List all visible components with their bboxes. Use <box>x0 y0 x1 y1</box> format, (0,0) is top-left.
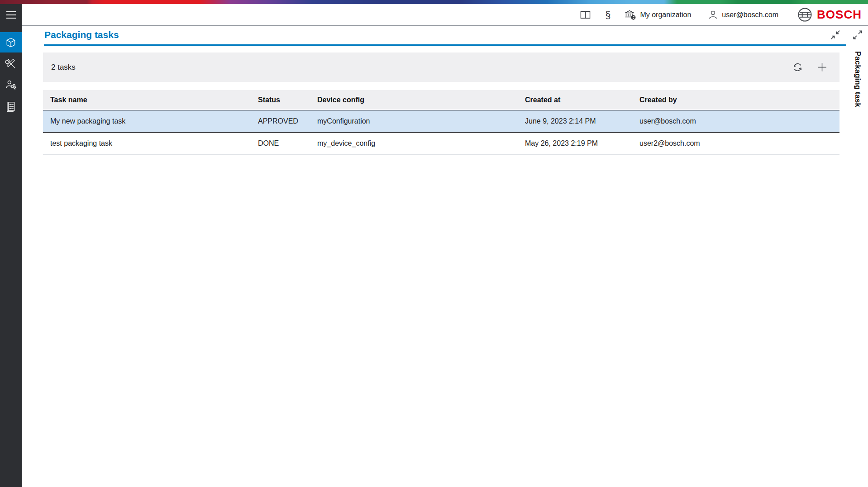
sidebar-nav <box>0 32 22 117</box>
main-panel: Packaging tasks 2 tasks Task name Sta <box>22 26 846 487</box>
bosch-supergraphic-strip <box>0 0 868 4</box>
table-row[interactable]: test packaging task DONE my_device_confi… <box>43 133 839 155</box>
cell-status: APPROVED <box>258 117 317 125</box>
refresh-icon[interactable] <box>792 61 804 73</box>
cell-created-by: user@bosch.com <box>639 117 832 125</box>
right-detail-rail: Packaging task <box>847 26 868 487</box>
user-keys-icon <box>5 79 17 91</box>
top-header-bar: § My organization user@bosch.com <box>22 4 868 26</box>
document-list-icon <box>5 100 17 112</box>
organization-bank-icon <box>624 10 636 20</box>
package-cube-icon <box>5 37 17 48</box>
sidebar-item-user-access[interactable] <box>0 75 22 95</box>
cell-device-config: my_device_config <box>317 139 525 148</box>
open-book-icon[interactable] <box>580 10 591 19</box>
task-count-label: 2 tasks <box>51 63 76 72</box>
column-header-created-at[interactable]: Created at <box>525 96 639 104</box>
cell-device-config: myConfiguration <box>317 117 525 125</box>
add-task-icon[interactable] <box>816 62 828 73</box>
cell-created-at: May 26, 2023 2:19 PM <box>525 139 639 148</box>
cell-status: DONE <box>258 139 317 148</box>
title-accent-rule <box>44 44 846 46</box>
column-header-task-name[interactable]: Task name <box>50 96 258 104</box>
tasks-table: Task name Status Device config Created a… <box>43 90 839 155</box>
rail-label[interactable]: Packaging task <box>853 51 862 107</box>
cell-task-name: My new packaging task <box>50 117 258 125</box>
sidebar-item-tools[interactable] <box>0 53 22 74</box>
table-body: My new packaging task APPROVED myConfigu… <box>43 110 839 155</box>
cell-task-name: test packaging task <box>50 139 258 148</box>
table-toolbar: 2 tasks <box>43 53 839 82</box>
cell-created-at: June 9, 2023 2:14 PM <box>525 117 639 125</box>
bosch-armature-icon <box>797 7 812 22</box>
paragraph-icon[interactable]: § <box>605 10 610 20</box>
cell-created-by: user2@bosch.com <box>639 139 832 148</box>
organization-menu[interactable]: My organization <box>624 10 691 20</box>
page-title: Packaging tasks <box>44 29 119 40</box>
column-header-device-config[interactable]: Device config <box>317 96 525 104</box>
column-header-created-by[interactable]: Created by <box>639 96 832 104</box>
table-row[interactable]: My new packaging task APPROVED myConfigu… <box>43 110 839 133</box>
expand-panel-icon[interactable] <box>853 30 862 39</box>
column-header-status[interactable]: Status <box>258 96 317 104</box>
table-header-row: Task name Status Device config Created a… <box>43 90 839 110</box>
collapse-panel-icon[interactable] <box>831 30 840 39</box>
menu-hamburger-icon[interactable] <box>0 4 22 26</box>
left-sidebar <box>0 4 22 487</box>
sidebar-item-documents[interactable] <box>0 96 22 116</box>
user-menu[interactable]: user@bosch.com <box>708 10 778 19</box>
bosch-logo: BOSCH <box>797 7 862 22</box>
user-email: user@bosch.com <box>722 11 778 19</box>
organization-label: My organization <box>640 11 691 19</box>
sidebar-item-packaging[interactable] <box>0 32 22 53</box>
user-icon <box>708 10 718 19</box>
bosch-wordmark: BOSCH <box>817 8 862 22</box>
tools-icon <box>5 58 17 70</box>
